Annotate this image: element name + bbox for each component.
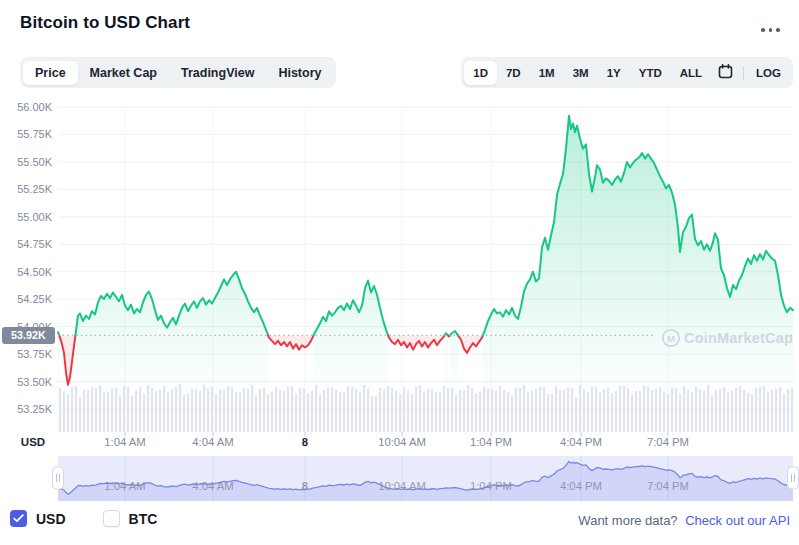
usd-checkbox[interactable]: [10, 510, 27, 527]
svg-text:55.50K: 55.50K: [17, 156, 53, 168]
svg-text:8: 8: [302, 480, 308, 492]
svg-text:53.50K: 53.50K: [17, 376, 53, 388]
svg-text:CoinMarketCap: CoinMarketCap: [684, 330, 793, 346]
navigator-handle-right[interactable]: [788, 467, 799, 489]
svg-text:10:04 AM: 10:04 AM: [378, 436, 426, 448]
currency-toggles: USD BTC: [10, 510, 157, 527]
svg-text:8: 8: [302, 436, 308, 448]
svg-text:4:04 PM: 4:04 PM: [560, 436, 602, 448]
api-link[interactable]: Check out our API: [685, 513, 790, 528]
svg-text:10:04 AM: 10:04 AM: [378, 480, 426, 492]
svg-text:USD: USD: [21, 436, 45, 448]
svg-text:7:04 PM: 7:04 PM: [647, 436, 689, 448]
svg-text:M: M: [667, 333, 675, 344]
current-price-badge: 53.92K: [2, 327, 55, 344]
svg-text:1:04 PM: 1:04 PM: [470, 480, 512, 492]
svg-text:53.25K: 53.25K: [17, 403, 53, 415]
api-promo: Want more data? Check out our API: [578, 513, 790, 528]
svg-text:53.75K: 53.75K: [17, 348, 53, 360]
svg-text:55.75K: 55.75K: [17, 128, 53, 140]
svg-text:54.25K: 54.25K: [17, 293, 53, 305]
svg-text:54.75K: 54.75K: [17, 238, 53, 250]
svg-text:1:04 AM: 1:04 AM: [104, 436, 145, 448]
svg-text:54.50K: 54.50K: [17, 266, 53, 278]
chart-navigator[interactable]: 1:04 AM4:04 AM810:04 AM1:04 PM4:04 PM7:0…: [53, 456, 799, 501]
svg-text:55.00K: 55.00K: [17, 211, 53, 223]
api-promo-text: Want more data?: [578, 513, 677, 528]
btc-checkbox[interactable]: [103, 510, 120, 527]
svg-text:4:04 AM: 4:04 AM: [192, 480, 233, 492]
svg-text:7:04 PM: 7:04 PM: [647, 480, 689, 492]
svg-text:4:04 AM: 4:04 AM: [192, 436, 233, 448]
svg-text:56.00K: 56.00K: [17, 101, 53, 113]
price-chart[interactable]: 56.00K55.75K55.50K55.25K55.00K54.75K54.5…: [0, 0, 799, 545]
navigator-handle-left[interactable]: [53, 467, 64, 489]
svg-text:55.25K: 55.25K: [17, 183, 53, 195]
svg-text:1:04 AM: 1:04 AM: [104, 480, 145, 492]
usd-checkbox-label[interactable]: USD: [36, 511, 66, 527]
btc-checkbox-label[interactable]: BTC: [129, 511, 158, 527]
svg-text:1:04 PM: 1:04 PM: [470, 436, 512, 448]
x-axis: USD1:04 AM4:04 AM810:04 AM1:04 PM4:04 PM…: [21, 432, 689, 448]
svg-text:53.92K: 53.92K: [11, 329, 46, 341]
svg-text:4:04 PM: 4:04 PM: [560, 480, 602, 492]
